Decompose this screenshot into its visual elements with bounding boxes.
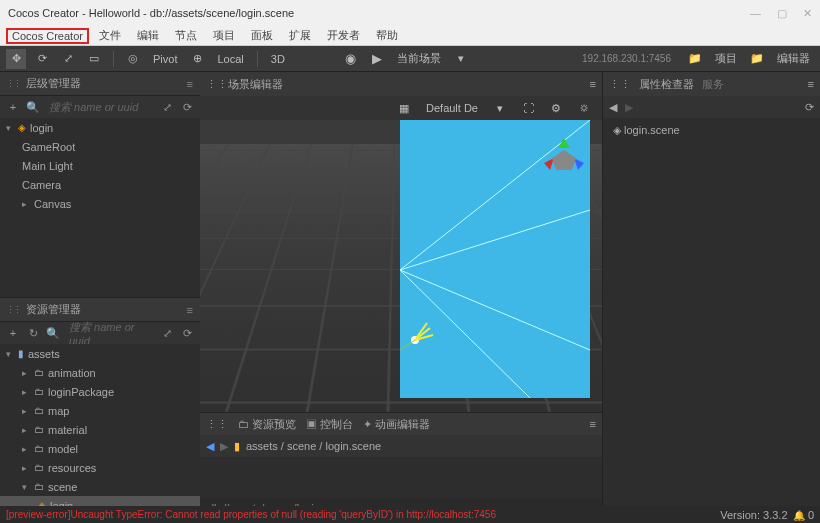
lock-icon[interactable]: ⟳ xyxy=(805,101,814,114)
back-icon[interactable]: ◀ xyxy=(609,101,617,114)
sort-icon[interactable]: ↻ xyxy=(25,327,41,340)
expand-icon[interactable]: ⤢ xyxy=(159,327,175,340)
preview-icon[interactable]: ◉ xyxy=(341,49,361,69)
tab-inspector[interactable]: 属性检查器 xyxy=(639,77,694,92)
app-name[interactable]: Cocos Creator xyxy=(6,28,89,44)
minimize-button[interactable]: — xyxy=(750,7,761,20)
mode-3d[interactable]: 3D xyxy=(267,53,289,65)
scene-tag[interactable]: 当前场景 xyxy=(393,51,445,66)
folder-loginpackage[interactable]: ▸🗀loginPackage xyxy=(0,382,200,401)
scale-tool-icon[interactable]: ⤢ xyxy=(58,49,78,69)
gear-icon[interactable]: ⚙ xyxy=(546,98,566,118)
light-icon[interactable]: ⛶ xyxy=(518,98,538,118)
menubar: Cocos Creator 文件 编辑 节点 项目 面板 扩展 开发者 帮助 xyxy=(0,26,820,46)
assets-title: 资源管理器 xyxy=(26,302,81,317)
more-icon[interactable]: ≡ xyxy=(590,78,596,90)
breadcrumb-path[interactable]: assets / scene / login.scene xyxy=(246,440,381,452)
more-icon[interactable]: ≡ xyxy=(187,78,194,90)
hierarchy-search[interactable]: 搜索 name or uuid xyxy=(45,100,155,115)
local-label[interactable]: Local xyxy=(213,53,247,65)
projects-label[interactable]: 项目 xyxy=(711,51,741,66)
folder-resources[interactable]: ▸🗀resources xyxy=(0,458,200,477)
window-title: Cocos Creator - Helloworld - db://assets… xyxy=(8,7,294,19)
version-label: Version: 3.3.2 🔔 0 xyxy=(720,509,814,521)
move-tool-icon[interactable]: ✥ xyxy=(6,49,26,69)
fire-icon: ◈ xyxy=(613,124,624,136)
menu-dev[interactable]: 开发者 xyxy=(321,28,366,43)
folder-icon[interactable]: 📁 xyxy=(747,49,767,69)
pivot-label[interactable]: Pivot xyxy=(149,53,181,65)
more-icon[interactable]: ≡ xyxy=(590,418,596,430)
tab-services[interactable]: 服务 xyxy=(702,77,724,92)
drag-icon[interactable]: ⋮⋮ xyxy=(206,418,228,431)
menu-help[interactable]: 帮助 xyxy=(370,28,404,43)
tab-animation[interactable]: ✦ 动画编辑器 xyxy=(363,417,430,432)
search-icon[interactable]: 🔍 xyxy=(25,101,41,114)
menu-extension[interactable]: 扩展 xyxy=(283,28,317,43)
inspector-panel: ⋮⋮ 属性检查器 服务 ≡ ◀ ▶ ⟳ ◈ login.scene xyxy=(602,72,820,517)
window-titlebar: Cocos Creator - Helloworld - db://assets… xyxy=(0,0,820,26)
folder-animation[interactable]: ▸🗀animation xyxy=(0,363,200,382)
editor-label[interactable]: 编辑器 xyxy=(773,51,814,66)
fwd-icon[interactable]: ▶ xyxy=(220,440,228,453)
back-icon[interactable]: ◀ xyxy=(206,440,214,453)
viewport[interactable] xyxy=(200,120,602,412)
close-button[interactable]: ✕ xyxy=(803,7,812,20)
svg-line-1 xyxy=(400,210,590,270)
scene-root[interactable]: ▾◈login xyxy=(0,118,200,137)
add-icon[interactable]: + xyxy=(5,101,21,113)
add-icon[interactable]: + xyxy=(5,327,21,339)
menu-edit[interactable]: 编辑 xyxy=(131,28,165,43)
maximize-button[interactable]: ▢ xyxy=(777,7,787,20)
chevron-down-icon[interactable]: ▾ xyxy=(490,98,510,118)
inspector-node: login.scene xyxy=(624,124,680,136)
drag-icon[interactable]: ⋮⋮ xyxy=(609,78,631,91)
refresh-icon[interactable]: ⟳ xyxy=(179,327,195,340)
hierarchy-panel: ⋮⋮ 层级管理器 ≡ + 🔍 搜索 name or uuid ⤢ ⟳ ▾◈log… xyxy=(0,72,200,297)
pivot-icon[interactable]: ◎ xyxy=(123,49,143,69)
menu-panel[interactable]: 面板 xyxy=(245,28,279,43)
svg-marker-5 xyxy=(574,158,584,170)
drag-icon[interactable]: ⋮⋮ xyxy=(206,78,228,91)
local-icon[interactable]: ⊕ xyxy=(187,49,207,69)
tab-assets-preview[interactable]: 🗀 资源预览 xyxy=(238,417,296,432)
play-icon[interactable]: ▶ xyxy=(367,49,387,69)
gear2-icon[interactable]: ⛭ xyxy=(574,98,594,118)
rotate-tool-icon[interactable]: ⟳ xyxy=(32,49,52,69)
ip-address[interactable]: 192.168.230.1:7456 xyxy=(582,53,671,64)
more-icon[interactable]: ≡ xyxy=(808,78,814,90)
drag-icon[interactable]: ⋮⋮ xyxy=(6,79,20,89)
chevron-down-icon[interactable]: ▾ xyxy=(451,49,471,69)
search-icon[interactable]: 🔍 xyxy=(45,327,61,340)
drag-icon[interactable]: ⋮⋮ xyxy=(6,305,20,315)
rect-tool-icon[interactable]: ▭ xyxy=(84,49,104,69)
node-gameroot[interactable]: GameRoot xyxy=(0,137,200,156)
assets-root[interactable]: ▾▮assets xyxy=(0,344,200,363)
folder-icon[interactable]: 📁 xyxy=(685,49,705,69)
refresh-icon[interactable]: ⟳ xyxy=(179,101,195,114)
scene-header: ⋮⋮ 场景编辑器 ≡ xyxy=(200,72,602,96)
folder-scene[interactable]: ▾🗀scene xyxy=(0,477,200,496)
menu-project[interactable]: 项目 xyxy=(207,28,241,43)
node-camera[interactable]: Camera xyxy=(0,175,200,194)
tab-console[interactable]: ▣ 控制台 xyxy=(306,417,353,432)
assets-panel: ⋮⋮ 资源管理器 ≡ + ↻ 🔍 搜索 name or uuid ⤢ ⟳ ▾▮a… xyxy=(0,297,200,517)
axis-gizmo[interactable] xyxy=(534,128,594,188)
particle-gizmo[interactable] xyxy=(395,320,435,360)
node-mainlight[interactable]: Main Light xyxy=(0,156,200,175)
folder-material[interactable]: ▸🗀material xyxy=(0,420,200,439)
node-canvas[interactable]: ▸Canvas xyxy=(0,194,200,213)
more-icon[interactable]: ≡ xyxy=(187,304,194,316)
folder-model[interactable]: ▸🗀model xyxy=(0,439,200,458)
fwd-icon[interactable]: ▶ xyxy=(625,101,633,114)
folder-map[interactable]: ▸🗀map xyxy=(0,401,200,420)
menu-file[interactable]: 文件 xyxy=(93,28,127,43)
align-icon[interactable]: ▦ xyxy=(394,98,414,118)
menu-node[interactable]: 节点 xyxy=(169,28,203,43)
assets-search[interactable]: 搜索 name or uuid xyxy=(65,320,155,347)
expand-icon[interactable]: ⤢ xyxy=(159,101,175,114)
breadcrumb: ◀ ▶ ▮ assets / scene / login.scene xyxy=(200,435,602,457)
error-text[interactable]: [preview-error]Uncaught TypeError: Canno… xyxy=(6,509,496,520)
asset-preview xyxy=(200,457,602,499)
camera-dropdown[interactable]: Default De xyxy=(422,102,482,114)
